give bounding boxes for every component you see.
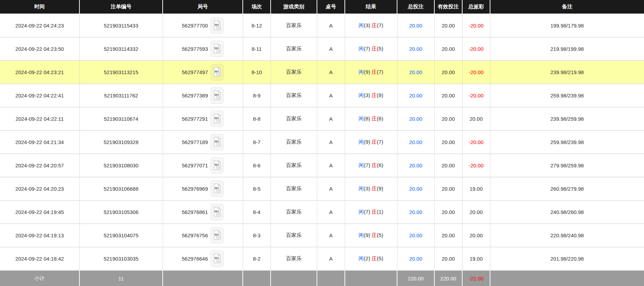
video-replay-button[interactable] [210,181,224,197]
cell-table-no: A [317,154,345,177]
total-bet-link[interactable]: 20.00 [409,232,422,238]
cell-time: 2024-09-22 04:22:41 [0,84,79,107]
cell-time: 2024-09-22 04:19:45 [0,200,79,224]
video-replay-button[interactable] [210,251,224,267]
total-bet-link[interactable]: 20.00 [409,209,422,215]
cell-bet-id: 521903104075 [79,224,163,247]
round-id-text: 562977497 [182,69,208,75]
video-replay-button[interactable] [210,134,224,150]
cell-result: 闲(7) 庄(6) [345,154,397,177]
total-bet-link[interactable]: 20.00 [409,23,422,29]
total-bet-link[interactable]: 20.00 [409,116,422,122]
table-row[interactable]: 2024-09-22 04:19:13521903104075562976756… [0,224,644,247]
video-replay-button[interactable] [210,204,224,220]
round-id-group: 562976646 [164,251,241,267]
result-banker-value: (7) [377,139,383,145]
result-player-value: (3) [364,92,370,98]
cell-result: 闲(9) 庄(5) [345,224,397,247]
cell-bet-id: 521903111762 [79,84,163,107]
video-file-icon [213,20,222,31]
result-banker-value: (7) [377,69,383,75]
video-file-icon [213,183,222,194]
round-id-group: 562977497 [164,64,241,80]
cell-remark: 259.98/239.98 [490,84,644,107]
table-row[interactable]: 2024-09-22 04:22:11521903110674562977291… [0,107,644,130]
total-bet-link[interactable]: 20.00 [409,69,422,75]
cell-table-no: A [317,84,345,107]
table-row[interactable]: 2024-09-22 04:23:21521903113215562977497… [0,61,644,84]
round-id-text: 562977593 [182,46,208,52]
cell-round-id: 562977700 [163,14,243,37]
column-header-valid_bet: 有效投注 [434,0,462,14]
table-row[interactable]: 2024-09-22 04:20:57521903108030562977071… [0,154,644,177]
cell-total-payout: -20.00 [462,14,490,37]
cell-game-type: 百家乐 [271,14,317,37]
cell-table-no: A [317,61,345,84]
video-replay-button[interactable] [210,64,224,80]
round-id-group: 562977593 [164,41,241,57]
cell-total-bet: 20.00 [397,224,434,247]
result-player-value: (7) [364,162,370,168]
cell-valid-bet: 20.00 [434,224,462,247]
result-player-label: 闲 [359,22,364,28]
cell-total-bet: 20.00 [397,200,434,224]
round-id-group: 562977189 [164,134,241,150]
result-player-label: 闲 [359,209,364,215]
cell-bet-id: 521903114332 [79,37,163,61]
column-header-game_type: 游戏类别 [271,0,317,14]
total-bet-link[interactable]: 20.00 [409,139,422,145]
video-replay-button[interactable] [210,17,224,34]
column-header-bet_id: 注单编号 [79,0,163,14]
cell-remark: 239.98/219.98 [490,61,644,84]
cell-game-type: 百家乐 [271,130,317,154]
cell-total-bet: 20.00 [397,107,434,130]
column-header-total_bet: 总投注 [397,0,434,14]
result-player-label: 闲 [359,139,364,145]
cell-session: 8-7 [243,130,271,154]
result-player-value: (3) [364,185,370,191]
result-player-value: (2) [364,255,370,261]
table-row[interactable]: 2024-09-22 04:23:50521903114332562977593… [0,37,644,61]
subtotal-row: 小计 11 220.00 220.00 -22.00 [0,270,644,286]
result-banker-label: 庄 [372,162,377,168]
round-id-group: 562977291 [164,111,241,127]
table-row[interactable]: 2024-09-22 04:24:23521903115433562977700… [0,14,644,37]
table-row[interactable]: 2024-09-22 04:18:42521903103035562976646… [0,247,644,270]
result-banker-value: (9) [377,92,383,98]
cell-remark: 259.98/239.98 [490,130,644,154]
cell-valid-bet: 20.00 [434,177,462,200]
video-replay-button[interactable] [210,87,224,104]
cell-bet-id: 521903113215 [79,61,163,84]
cell-time: 2024-09-22 04:23:50 [0,37,79,61]
cell-round-id: 562976646 [163,247,243,270]
cell-table-no: A [317,37,345,61]
table-row[interactable]: 2024-09-22 04:22:41521903111762562977389… [0,84,644,107]
video-replay-button[interactable] [210,41,224,57]
total-bet-link[interactable]: 20.00 [409,46,422,52]
cell-result: 闲(3) 庄(7) [345,14,397,37]
total-bet-link[interactable]: 20.00 [409,186,422,192]
table-row[interactable]: 2024-09-22 04:19:45521903105306562976861… [0,200,644,224]
cell-time: 2024-09-22 04:20:57 [0,154,79,177]
cell-valid-bet: 20.00 [434,37,462,61]
result-banker-value: (6) [377,162,383,168]
result-player-value: (8) [364,116,370,121]
video-replay-button[interactable] [210,227,224,244]
total-bet-link[interactable]: 20.00 [409,93,422,98]
cell-round-id: 562976756 [163,224,243,247]
round-id-text: 562976969 [182,186,208,192]
video-replay-button[interactable] [210,111,224,127]
total-bet-link[interactable]: 20.00 [409,256,422,262]
video-replay-button[interactable] [210,157,224,174]
table-row[interactable]: 2024-09-22 04:20:23521903106688562976969… [0,177,644,200]
table-row[interactable]: 2024-09-22 04:21:34521903109328562977189… [0,130,644,154]
cell-result: 闲(7) 庄(5) [345,37,397,61]
video-file-icon [213,67,222,78]
result-banker-label: 庄 [372,116,377,121]
cell-table-no: A [317,224,345,247]
result-banker-label: 庄 [372,209,377,215]
total-bet-link[interactable]: 20.00 [409,162,422,168]
round-id-group: 562977071 [164,157,241,174]
cell-round-id: 562976861 [163,200,243,224]
result-player-label: 闲 [359,255,364,261]
